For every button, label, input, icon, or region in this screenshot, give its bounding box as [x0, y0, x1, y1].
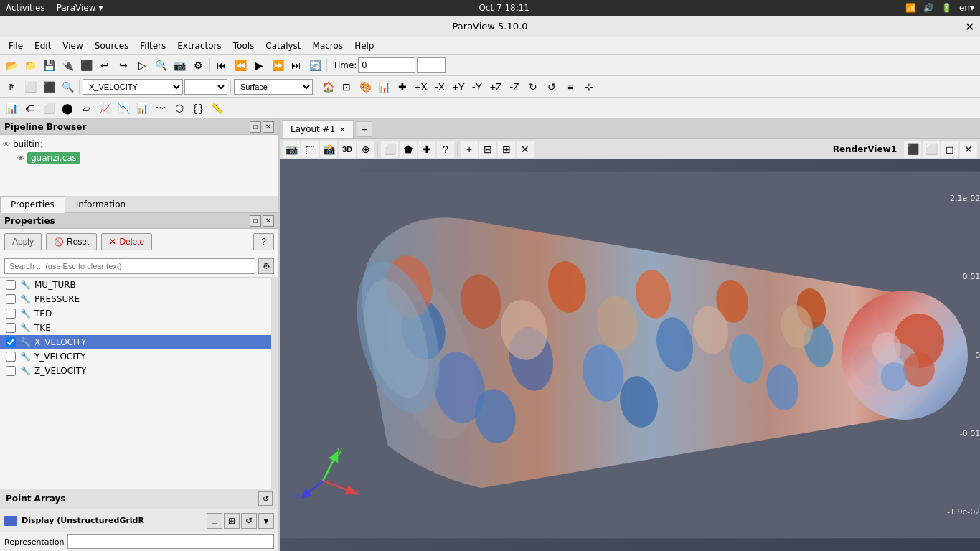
render-add-view-button[interactable]: + — [461, 141, 478, 158]
menu-tools[interactable]: Tools — [227, 39, 260, 52]
render-show-button[interactable]: ⬜ — [381, 141, 398, 158]
first-frame-button[interactable]: ⏮ — [213, 57, 230, 74]
annotation-button[interactable]: 🏷 — [22, 100, 39, 117]
menu-catalyst[interactable]: Catalyst — [260, 39, 306, 52]
stream-button[interactable]: 〰 — [152, 100, 169, 117]
search-settings-button[interactable]: ⚙ — [258, 258, 274, 274]
render-split-h-button[interactable]: ⊟ — [479, 141, 496, 158]
show-points-button[interactable]: ⊹ — [580, 78, 598, 95]
array-item-tke[interactable]: 🔧 TKE — [0, 321, 271, 335]
connect-button[interactable]: 🔌 — [59, 57, 76, 74]
screenshot-button[interactable]: 📷 — [171, 57, 188, 74]
prev-frame-button[interactable]: ⏪ — [232, 57, 249, 74]
pipeline-close-button[interactable]: ✕ — [263, 121, 274, 133]
array-checkbox-x-velocity[interactable] — [6, 337, 16, 347]
find-data-button[interactable]: 🔍 — [152, 57, 169, 74]
view-x-neg[interactable]: -X — [431, 78, 448, 95]
view-x-pos[interactable]: +X — [413, 78, 430, 95]
close-button[interactable]: ✕ — [965, 19, 974, 33]
render-orient-button[interactable]: ⬟ — [400, 141, 417, 158]
play-button[interactable]: ▶ — [250, 57, 268, 74]
tab-properties[interactable]: Properties — [0, 196, 65, 213]
apply-button[interactable]: Apply — [4, 233, 42, 250]
extract-button[interactable]: ⬡ — [171, 100, 188, 117]
rotate-cw[interactable]: ↻ — [524, 78, 542, 95]
view-z-pos[interactable]: +Z — [487, 78, 504, 95]
menu-macros[interactable]: Macros — [307, 39, 349, 52]
array-item-ted[interactable]: 🔧 TED — [0, 306, 271, 321]
render-query-button[interactable]: ? — [437, 141, 454, 158]
open-recent-button[interactable]: 📁 — [22, 57, 39, 74]
save-button[interactable]: 💾 — [40, 57, 57, 74]
view-z-neg[interactable]: -Z — [506, 78, 523, 95]
display-grid-button[interactable]: ⊞ — [224, 513, 240, 529]
array-checkbox-ted[interactable] — [6, 309, 16, 319]
menu-help[interactable]: Help — [349, 39, 380, 52]
list-scrollbar[interactable] — [271, 277, 278, 489]
properties-close-button[interactable]: ✕ — [263, 215, 274, 227]
open-button[interactable]: 📂 — [3, 57, 20, 74]
chart-button[interactable]: 📈 — [96, 100, 113, 117]
menu-view[interactable]: View — [57, 39, 88, 52]
activities-label[interactable]: Activities — [6, 3, 45, 13]
rotate-ccw[interactable]: ↺ — [543, 78, 560, 95]
menu-filters[interactable]: Filters — [134, 39, 171, 52]
array-checkbox-z-velocity[interactable] — [6, 366, 16, 376]
render-close-view-button[interactable]: ✕ — [517, 141, 534, 158]
render-select-button[interactable]: ⬚ — [301, 141, 319, 158]
file-row[interactable]: 👁 guanzi.cas — [17, 151, 275, 165]
reset-button[interactable]: 🚫 Reset — [46, 233, 97, 250]
loop-button[interactable]: 🔄 — [306, 57, 324, 74]
plane-button[interactable]: ▱ — [77, 100, 95, 117]
search-input[interactable] — [4, 258, 255, 274]
menu-edit[interactable]: Edit — [29, 39, 57, 52]
select-cells-button[interactable]: ⬜ — [22, 78, 39, 95]
properties-float-button[interactable]: □ — [250, 215, 261, 227]
time-input[interactable] — [358, 57, 415, 73]
render-split-v-button[interactable]: ⊞ — [498, 141, 515, 158]
point-arrays-refresh-button[interactable]: ↺ — [258, 491, 273, 506]
variable-select[interactable]: X_VELOCITY — [83, 79, 183, 95]
array-checkbox-mu-turb[interactable] — [6, 280, 16, 290]
settings-button[interactable]: ⚙ — [189, 57, 207, 74]
array-checkbox-pressure[interactable] — [6, 294, 16, 304]
array-item-x-velocity[interactable]: 🔧 X_VELOCITY — [0, 335, 271, 349]
ruler-button[interactable]: 📏 — [208, 100, 225, 117]
disconnect-button[interactable]: ⬛ — [77, 57, 95, 74]
statistics-button[interactable]: 📊 — [3, 100, 20, 117]
chart2-button[interactable]: 📉 — [115, 100, 132, 117]
rescale-button[interactable]: 📊 — [375, 78, 392, 95]
last-frame-button[interactable]: ⏭ — [288, 57, 305, 74]
show-lines-button[interactable]: ≡ — [562, 78, 579, 95]
select-points-button[interactable]: ⬛ — [40, 78, 57, 95]
menu-extractors[interactable]: Extractors — [171, 39, 227, 52]
component-select[interactable] — [184, 79, 227, 95]
render-camera-button[interactable]: 📷 — [283, 141, 300, 158]
start-trace-button[interactable]: ▷ — [133, 57, 151, 74]
undo-button[interactable]: ↩ — [96, 57, 113, 74]
render-screenshot-button[interactable]: 📸 — [320, 141, 337, 158]
next-frame-button[interactable]: ⏩ — [269, 57, 286, 74]
display-more-button[interactable]: ▼ — [258, 513, 274, 529]
layout-tab[interactable]: Layout #1 ✕ — [283, 120, 354, 138]
file-label[interactable]: guanzi.cas — [27, 152, 80, 164]
render-layout-c-button[interactable]: ◻ — [941, 141, 958, 158]
view-y-neg[interactable]: -Y — [468, 78, 486, 95]
array-checkbox-tke[interactable] — [6, 323, 16, 333]
view-y-pos[interactable]: +Y — [450, 78, 467, 95]
color-map-button[interactable]: 🎨 — [357, 78, 374, 95]
reset-camera-button[interactable]: 🏠 — [319, 78, 336, 95]
layout-tab-close[interactable]: ✕ — [339, 126, 345, 133]
box-button[interactable]: ⬜ — [40, 100, 57, 117]
render-3d-button[interactable]: 3D — [339, 141, 356, 158]
paraview-menu[interactable]: ParaView ▾ — [57, 3, 103, 13]
tab-information[interactable]: Information — [65, 196, 136, 212]
array-item-y-velocity[interactable]: 🔧 Y_VELOCITY — [0, 349, 271, 364]
array-checkbox-y-velocity[interactable] — [6, 352, 16, 362]
display-float-button[interactable]: □ — [207, 513, 222, 529]
representation-select[interactable]: Surface — [234, 79, 313, 95]
array-item-mu-turb[interactable]: 🔧 MU_TURB — [0, 278, 271, 292]
array-item-z-velocity[interactable]: 🔧 Z_VELOCITY — [0, 364, 271, 378]
interact-button[interactable]: 🖱 — [3, 78, 20, 95]
menu-sources[interactable]: Sources — [89, 39, 134, 52]
